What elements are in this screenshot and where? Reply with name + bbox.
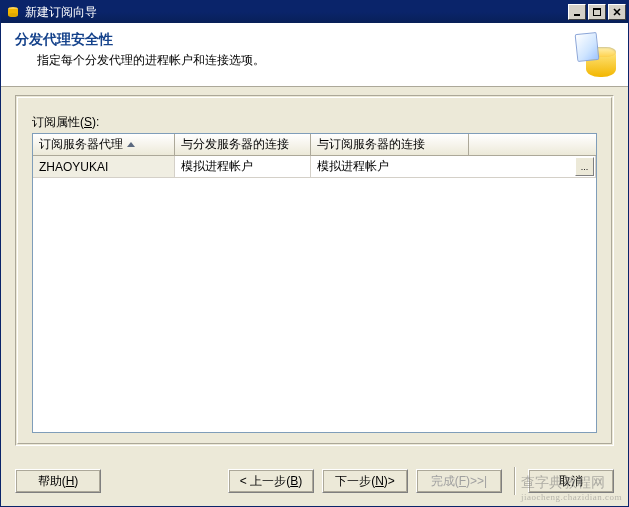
wizard-window: 新建订阅向导 分发代理安全性 指定每个分发代理的进程帐户和连接选项。	[0, 0, 629, 507]
sort-asc-icon	[127, 142, 135, 147]
subscription-properties-grid[interactable]: 订阅服务器代理 与分发服务器的连接 与订阅服务器的连接 ZHAOYUKAI 模拟…	[32, 133, 597, 433]
titlebar: 新建订阅向导	[1, 1, 628, 23]
back-hotkey: B	[290, 474, 298, 488]
wizard-footer: 帮助(H) < 上一步(B) 下一步(N) > 完成(F) >>| 取消	[1, 456, 628, 506]
cell-subscriber-text: 模拟进程帐户	[317, 158, 389, 175]
help-button[interactable]: 帮助(H)	[15, 469, 101, 493]
cancel-button-label: 取消	[559, 473, 583, 490]
column-header-distributor[interactable]: 与分发服务器的连接	[175, 134, 311, 156]
column-header-distributor-label: 与分发服务器的连接	[181, 136, 289, 153]
column-header-subscriber[interactable]: 与订阅服务器的连接	[311, 134, 469, 156]
grid-label-prefix: 订阅属性(	[32, 115, 84, 129]
finish-button[interactable]: 完成(F) >>|	[416, 469, 502, 493]
next-suffix: >	[388, 474, 395, 488]
grid-label-suffix: ):	[92, 115, 99, 129]
grid-label-hotkey: S	[84, 115, 92, 129]
next-button[interactable]: 下一步(N) >	[322, 469, 408, 493]
wizard-icon	[570, 31, 616, 77]
table-row[interactable]: ZHAOYUKAI 模拟进程帐户 模拟进程帐户 ...	[33, 156, 596, 178]
finish-button-label: 完成	[431, 473, 455, 490]
next-button-label: 下一步	[335, 473, 371, 490]
svg-rect-3	[574, 14, 580, 16]
finish-suffix: >>|	[470, 474, 487, 488]
wizard-header: 分发代理安全性 指定每个分发代理的进程帐户和连接选项。	[1, 23, 628, 87]
cell-agent[interactable]: ZHAOYUKAI	[33, 156, 175, 178]
svg-point-2	[8, 13, 18, 17]
back-button-label: < 上一步	[240, 473, 286, 490]
svg-rect-5	[593, 8, 601, 10]
back-button[interactable]: < 上一步(B)	[228, 469, 314, 493]
column-header-agent-label: 订阅服务器代理	[39, 136, 123, 153]
maximize-button[interactable]	[588, 4, 606, 20]
cell-subscriber[interactable]: 模拟进程帐户 ...	[311, 156, 596, 178]
close-button[interactable]	[608, 4, 626, 20]
cell-distributor[interactable]: 模拟进程帐户	[175, 156, 311, 178]
help-hotkey: H	[66, 474, 75, 488]
page-title: 分发代理安全性	[15, 31, 570, 49]
grid-label: 订阅属性(S):	[32, 114, 597, 131]
next-hotkey: N	[375, 474, 384, 488]
help-button-label: 帮助	[38, 473, 62, 490]
content-area: 订阅属性(S): 订阅服务器代理 与分发服务器的连接 与订阅服务器的连接	[1, 87, 628, 456]
column-header-subscriber-label: 与订阅服务器的连接	[317, 136, 425, 153]
column-header-spacer	[469, 134, 596, 156]
column-header-agent[interactable]: 订阅服务器代理	[33, 134, 175, 156]
app-icon	[5, 4, 21, 20]
page-subtitle: 指定每个分发代理的进程帐户和连接选项。	[37, 52, 570, 69]
footer-separator	[514, 467, 516, 495]
finish-hotkey: F	[459, 474, 466, 488]
window-title: 新建订阅向导	[25, 4, 568, 21]
grid-header-row: 订阅服务器代理 与分发服务器的连接 与订阅服务器的连接	[33, 134, 596, 156]
cancel-button[interactable]: 取消	[528, 469, 614, 493]
minimize-button[interactable]	[568, 4, 586, 20]
browse-button[interactable]: ...	[575, 157, 594, 176]
window-controls	[568, 4, 626, 20]
